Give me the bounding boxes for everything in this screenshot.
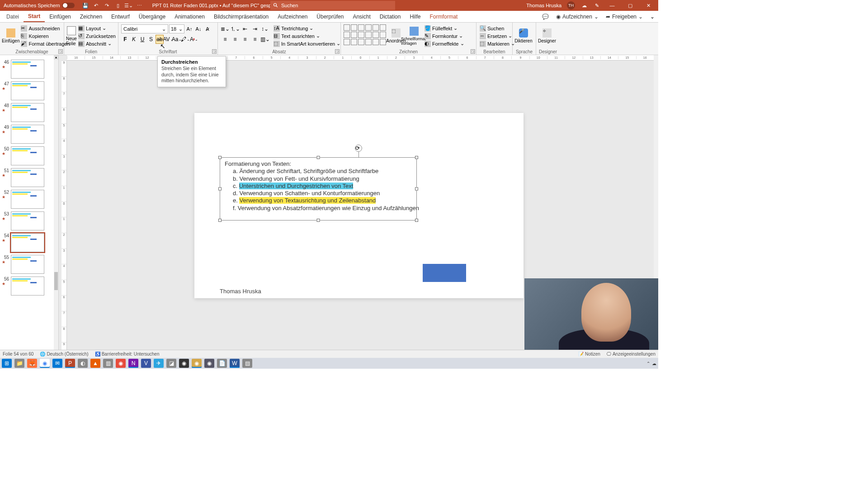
close-button[interactable]: ✕ bbox=[642, 0, 655, 11]
highlight-button[interactable]: 🖍⌄ bbox=[181, 35, 189, 44]
new-slide-button[interactable]: Neue Folie bbox=[66, 23, 77, 48]
shape-outline-button[interactable]: ✎Formkontur⌄ bbox=[423, 33, 466, 40]
tab-help[interactable]: Hilfe bbox=[405, 11, 425, 22]
resize-handle-ml[interactable] bbox=[218, 188, 222, 191]
align-right-button[interactable]: ≡ bbox=[241, 35, 250, 44]
change-case-button[interactable]: Aa⌄ bbox=[173, 35, 181, 44]
slide-thumbnail[interactable]: 48★ bbox=[0, 102, 58, 124]
designer-button[interactable]: ✧Designer bbox=[538, 23, 556, 48]
convert-smartart-button[interactable]: ⬚In SmartArt konvertieren⌄ bbox=[272, 40, 342, 47]
search-box[interactable]: Suchen bbox=[270, 1, 395, 10]
increase-font-button[interactable]: A↑ bbox=[185, 24, 193, 33]
selected-textbox[interactable]: Formatierung von Texten: a. Änderung der… bbox=[220, 157, 417, 221]
paragraph-launcher[interactable]: ◲ bbox=[335, 49, 340, 54]
shadow-button[interactable]: S bbox=[147, 35, 155, 44]
taskbar-powerpoint-icon[interactable]: P bbox=[65, 359, 75, 368]
taskbar-app-icon[interactable]: 📄 bbox=[217, 359, 227, 368]
slide-thumbnail[interactable]: 55★ bbox=[0, 254, 58, 276]
underline-button[interactable]: U bbox=[138, 35, 146, 44]
taskbar-app-icon[interactable]: ▥ bbox=[103, 359, 113, 368]
text-direction-button[interactable]: ↕ATextrichtung⌄ bbox=[272, 25, 342, 32]
shapes-gallery[interactable] bbox=[343, 23, 387, 48]
slide-thumbnail[interactable]: 52★ bbox=[0, 189, 58, 211]
tab-draw[interactable]: Zeichnen bbox=[75, 11, 107, 22]
tray-cloud-icon[interactable]: ☁ bbox=[652, 361, 656, 366]
resize-handle-mr[interactable] bbox=[415, 188, 418, 191]
tab-dictation[interactable]: Dictation bbox=[375, 11, 406, 22]
cut-button[interactable]: ✂Ausschneiden bbox=[19, 25, 71, 32]
minimize-button[interactable]: — bbox=[606, 0, 618, 11]
thumbnail-scrollbar[interactable]: ▴ ▾ bbox=[54, 55, 58, 358]
align-text-button[interactable]: ⊟Text ausrichten⌄ bbox=[272, 33, 342, 40]
font-name-combo[interactable]: Calibri⌄ bbox=[121, 24, 168, 33]
scroll-up-icon[interactable]: ▴ bbox=[54, 55, 58, 60]
quick-styles-button[interactable]: Schnellformat-vorlagen bbox=[405, 23, 423, 48]
redo-icon[interactable]: ↷ bbox=[104, 2, 111, 9]
share-button[interactable]: ➦Freigeben⌄ bbox=[602, 11, 646, 22]
decrease-font-button[interactable]: A↓ bbox=[194, 24, 203, 33]
align-center-button[interactable]: ≡ bbox=[231, 35, 240, 44]
font-size-combo[interactable]: 18⌄ bbox=[169, 24, 184, 33]
layout-button[interactable]: ▦Layout⌄ bbox=[77, 25, 117, 32]
qat-more-icon[interactable]: ⋯ bbox=[136, 2, 143, 9]
resize-handle-br[interactable] bbox=[415, 219, 418, 222]
taskbar-obs-icon[interactable]: ◉ bbox=[179, 359, 189, 368]
tab-view[interactable]: Ansicht bbox=[348, 11, 375, 22]
tab-review[interactable]: Überprüfen bbox=[312, 11, 348, 22]
start-button[interactable]: ⊞ bbox=[2, 359, 12, 368]
toggle-switch[interactable] bbox=[62, 3, 75, 8]
paste-button[interactable]: Einfügen bbox=[2, 23, 19, 48]
resize-handle-bl[interactable] bbox=[218, 219, 222, 222]
user-name[interactable]: Thomas Hruska bbox=[526, 3, 561, 8]
taskbar-visio-icon[interactable]: V bbox=[141, 359, 151, 368]
drawing-launcher[interactable]: ◲ bbox=[471, 49, 475, 54]
resize-handle-bm[interactable] bbox=[317, 219, 320, 222]
slide-thumbnail[interactable]: 47★ bbox=[0, 80, 58, 102]
reset-button[interactable]: ↺Zurücksetzen bbox=[77, 33, 117, 40]
notes-button[interactable]: 📝 Notizen bbox=[578, 352, 600, 357]
slide-thumbnail[interactable]: 54★ bbox=[0, 232, 58, 254]
taskbar-app-icon[interactable]: ◉ bbox=[204, 359, 214, 368]
line-spacing-button[interactable]: ↕⌄ bbox=[260, 24, 269, 33]
tab-file[interactable]: Datei bbox=[2, 11, 24, 22]
horizontal-ruler[interactable]: 1615141312111098765432101234567891011121… bbox=[67, 55, 654, 61]
taskbar-word-icon[interactable]: W bbox=[230, 359, 240, 368]
tab-start[interactable]: Start bbox=[24, 11, 45, 22]
slide-thumbnail[interactable]: 49★ bbox=[0, 124, 58, 145]
section-button[interactable]: ▤Abschnitt⌄ bbox=[77, 40, 117, 47]
tab-animations[interactable]: Animationen bbox=[170, 11, 209, 22]
touch-mode-icon[interactable]: ☰⌄ bbox=[125, 2, 132, 9]
cloud-icon[interactable]: ☁ bbox=[580, 2, 588, 9]
tab-insert[interactable]: Einfügen bbox=[45, 11, 75, 22]
undo-icon[interactable]: ↶ bbox=[93, 2, 100, 9]
bullets-button[interactable]: ≣⌄ bbox=[221, 24, 230, 33]
find-button[interactable]: 🔍Suchen bbox=[478, 25, 516, 32]
resize-handle-tr[interactable] bbox=[415, 156, 418, 159]
numbering-button[interactable]: ⒈⌄ bbox=[231, 24, 240, 33]
taskbar-firefox-icon[interactable]: 🦊 bbox=[27, 359, 37, 368]
maximize-button[interactable]: ▢ bbox=[624, 0, 637, 11]
taskbar-app-icon[interactable]: ◉ bbox=[116, 359, 126, 368]
bold-button[interactable]: F bbox=[121, 35, 129, 44]
save-icon[interactable]: 💾 bbox=[82, 2, 89, 9]
clear-formatting-button[interactable]: A̷ bbox=[203, 24, 212, 33]
slide-thumbnail[interactable]: 53★ bbox=[0, 211, 58, 232]
taskbar-app-icon[interactable]: ◐ bbox=[78, 359, 88, 368]
tab-design[interactable]: Entwurf bbox=[107, 11, 134, 22]
copy-button[interactable]: ⎘Kopieren bbox=[19, 33, 71, 40]
accessibility-checker[interactable]: ♿ Barrierefreiheit: Untersuchen bbox=[95, 352, 160, 357]
font-launcher[interactable]: ◲ bbox=[212, 49, 217, 54]
resize-handle-tl[interactable] bbox=[218, 156, 222, 159]
textbox-content[interactable]: Formatierung von Texten: a. Änderung der… bbox=[220, 158, 416, 215]
italic-button[interactable]: K bbox=[130, 35, 138, 44]
replace-button[interactable]: ↔Ersetzen⌄ bbox=[478, 33, 516, 40]
autosave-toggle[interactable]: Automatisches Speichern bbox=[0, 3, 78, 8]
clipboard-launcher[interactable]: ◲ bbox=[58, 49, 63, 54]
taskbar-explorer-icon[interactable]: 📁 bbox=[14, 359, 24, 368]
slide-counter[interactable]: Folie 54 von 60 bbox=[3, 352, 33, 357]
language-indicator[interactable]: 🌐 Deutsch (Österreich) bbox=[40, 352, 88, 357]
shape-fill-button[interactable]: 🪣Fülleffekt⌄ bbox=[423, 25, 466, 32]
record-button[interactable]: ◉Aufzeichnen⌄ bbox=[552, 11, 602, 22]
slide-thumbnail[interactable]: 51★ bbox=[0, 167, 58, 189]
dictate-button[interactable]: 🎤Diktieren bbox=[514, 23, 533, 48]
